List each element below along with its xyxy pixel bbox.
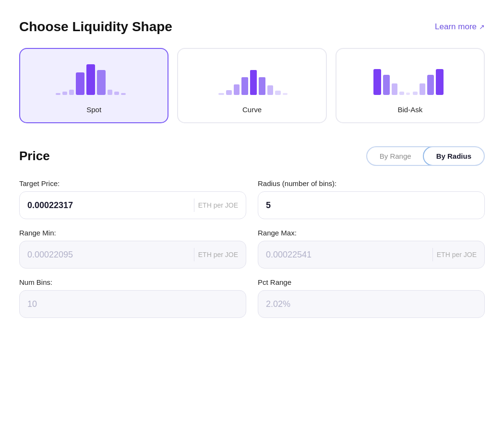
svg-rect-7 xyxy=(114,92,119,95)
svg-rect-2 xyxy=(69,90,74,95)
svg-rect-20 xyxy=(392,83,397,95)
range-min-input: 0.00022095 ETH per JOE xyxy=(19,241,246,269)
target-price-unit: ETH per JOE xyxy=(198,201,238,209)
range-min-group: Range Min: 0.00022095 ETH per JOE xyxy=(19,229,246,269)
pct-range-input: 2.02% xyxy=(258,290,485,318)
radius-input[interactable]: 5 xyxy=(258,191,485,219)
radius-group: Radius (number of bins): 5 xyxy=(258,179,485,219)
range-max-value: 0.00022541 xyxy=(266,250,429,260)
price-toggle-group: By Range By Radius xyxy=(366,146,485,166)
range-min-value: 0.00022095 xyxy=(27,250,190,260)
shape-card-curve[interactable]: Curve xyxy=(177,48,326,123)
toggle-by-range[interactable]: By Range xyxy=(367,147,424,165)
price-section-header: Price By Range By Radius xyxy=(19,146,485,166)
range-min-label: Range Min: xyxy=(19,229,246,237)
svg-rect-3 xyxy=(76,72,84,95)
svg-rect-19 xyxy=(383,75,390,95)
pct-range-label: Pct Range xyxy=(258,278,485,286)
range-min-unit: ETH per JOE xyxy=(198,251,238,258)
svg-rect-10 xyxy=(226,90,232,95)
external-link-icon: ↗ xyxy=(479,23,485,31)
range-max-label: Range Max: xyxy=(258,229,485,237)
range-max-group: Range Max: 0.00022541 ETH per JOE xyxy=(258,229,485,269)
pct-range-group: Pct Range 2.02% xyxy=(258,278,485,318)
svg-rect-11 xyxy=(234,84,240,95)
svg-rect-15 xyxy=(267,85,273,95)
svg-rect-25 xyxy=(427,75,434,95)
num-bins-group: Num Bins: 10 xyxy=(19,278,246,318)
page-header: Choose Liquidity Shape Learn more ↗ xyxy=(19,19,485,35)
svg-rect-1 xyxy=(62,92,67,95)
num-bins-input: 10 xyxy=(19,290,246,318)
curve-chart xyxy=(209,60,295,99)
spot-label: Spot xyxy=(86,105,101,114)
input-divider xyxy=(194,199,194,212)
svg-rect-21 xyxy=(399,92,404,95)
target-price-value: 0.00022317 xyxy=(27,200,190,211)
shape-card-bid-ask[interactable]: Bid-Ask xyxy=(336,48,485,123)
svg-rect-12 xyxy=(241,77,248,95)
svg-rect-23 xyxy=(413,92,418,95)
svg-rect-17 xyxy=(283,93,288,95)
page-title: Choose Liquidity Shape xyxy=(19,19,172,35)
num-bins-value: 10 xyxy=(27,299,238,309)
svg-rect-13 xyxy=(250,70,257,95)
svg-rect-24 xyxy=(420,83,425,95)
curve-label: Curve xyxy=(242,105,262,114)
price-form: Target Price: 0.00022317 ETH per JOE Rad… xyxy=(19,179,485,318)
svg-rect-0 xyxy=(56,93,60,95)
svg-rect-6 xyxy=(108,90,112,95)
svg-rect-14 xyxy=(259,77,265,95)
bid-ask-label: Bid-Ask xyxy=(397,105,422,114)
svg-rect-26 xyxy=(436,69,444,95)
svg-rect-22 xyxy=(406,93,410,95)
svg-rect-18 xyxy=(373,69,381,95)
learn-more-label: Learn more xyxy=(435,22,477,32)
toggle-by-radius[interactable]: By Radius xyxy=(423,146,485,166)
svg-rect-16 xyxy=(275,91,281,95)
range-max-input: 0.00022541 ETH per JOE xyxy=(258,241,485,269)
input-divider xyxy=(432,248,433,261)
svg-rect-4 xyxy=(86,64,95,95)
target-price-group: Target Price: 0.00022317 ETH per JOE xyxy=(19,179,246,219)
svg-rect-8 xyxy=(121,93,126,95)
price-section-title: Price xyxy=(19,149,50,164)
target-price-label: Target Price: xyxy=(19,179,246,187)
num-bins-label: Num Bins: xyxy=(19,278,246,286)
bid-ask-chart xyxy=(367,60,453,99)
radius-value: 5 xyxy=(266,200,477,211)
target-price-input[interactable]: 0.00022317 ETH per JOE xyxy=(19,191,246,219)
shape-card-spot[interactable]: Spot xyxy=(19,48,168,123)
input-divider xyxy=(194,248,194,261)
spot-chart xyxy=(51,60,137,99)
learn-more-link[interactable]: Learn more ↗ xyxy=(435,22,485,32)
svg-rect-5 xyxy=(97,70,106,95)
pct-range-value: 2.02% xyxy=(266,299,477,309)
shape-cards: Spot Curve xyxy=(19,48,485,123)
radius-label: Radius (number of bins): xyxy=(258,179,485,187)
range-max-unit: ETH per JOE xyxy=(437,251,477,258)
svg-rect-9 xyxy=(218,93,224,95)
